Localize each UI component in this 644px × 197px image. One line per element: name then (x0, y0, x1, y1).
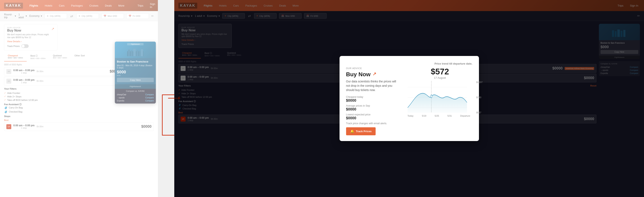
ad-card-price-sub: 0/10 (117, 74, 154, 76)
modal-title-row: Buy Now ↗ (346, 70, 400, 78)
modal-price-date: 17 August (408, 76, 472, 79)
stops-label: Stops (4, 115, 154, 118)
compare-cheapoair-btn[interactable]: Compare (145, 94, 154, 96)
best-flight-stops: 1 stop (13, 127, 34, 129)
left-logo: KAYAK (4, 3, 23, 8)
bell-icon: 🔔 (350, 129, 354, 133)
track-toggle-switch[interactable] (21, 44, 29, 48)
sort-best[interactable]: Best ⓘ $000 • 000 • 000m (27, 53, 49, 62)
nav-flights[interactable]: Flights (28, 3, 40, 8)
depart-input[interactable]: 📅 Mon 0/00 (101, 13, 124, 19)
trip-type-label: Round-trip (4, 13, 14, 19)
trip-type-select[interactable]: Round-trip ▾ (4, 13, 16, 19)
signin-link[interactable]: Sign In (148, 2, 157, 10)
track-prices-label: Track Prices (7, 45, 20, 47)
price-trend-chart (408, 81, 472, 114)
modal-price-display: $572 17 August (408, 67, 472, 79)
airline-logo-aa: AA (6, 69, 11, 74)
chart-y-labels: $1197 $780 $567 (476, 81, 483, 114)
edit-icon[interactable]: ✏ (151, 14, 154, 18)
cabin-chevron: ▾ (41, 14, 42, 18)
cabin-select[interactable]: Economy ▾ (29, 14, 42, 18)
modal-track-prices-btn[interactable]: 🔔 Track Prices (346, 127, 376, 135)
ad-card: FlightNetwork Boston to San Francisco (115, 42, 156, 104)
arrow-container (158, 0, 174, 197)
dest-input[interactable]: ✈ City (IATA) (76, 13, 99, 19)
flight-times-0: 0:00 am – 0:00 pm (13, 69, 34, 72)
filters-label: Your Filters (4, 88, 16, 90)
sort-other[interactable]: Other Sort (71, 53, 88, 62)
copy-here-button[interactable]: Copy Here (117, 78, 154, 82)
compare-expedia: Expedia Compare (117, 99, 154, 102)
svg-rect-5 (139, 51, 141, 56)
check-icon-2: ✓ (4, 95, 6, 98)
svg-rect-4 (136, 50, 138, 56)
modal-advice-label: Our Advice (346, 67, 400, 70)
airline-logo-qr: QR (6, 124, 11, 129)
svg-rect-2 (131, 50, 132, 56)
left-nav-links: Flights Hotels Cars Packages Cruises Dea… (28, 3, 126, 8)
opodo-label: →opodo (117, 96, 125, 99)
compare-expedia-btn[interactable]: Compare (145, 100, 154, 102)
left-nav: KAYAK Flights Hotels Cars Packages Cruis… (0, 0, 158, 11)
chart-x-labels: Today 5/19 5/25 5/31 Departure (408, 114, 472, 117)
swap-icon[interactable]: ⇄ (70, 14, 74, 18)
flight-times-1: 0:00 am – 0:00 pm (13, 78, 34, 82)
modal-chart-title: Price trend till departure date. (346, 62, 472, 66)
fee-carryon[interactable]: 🧳 Carry-On Bag (4, 106, 154, 109)
plane-icon: ✈ (47, 15, 48, 18)
modal-overlay: Price trend till departure date. Our Adv… (174, 0, 644, 197)
nav-hotels[interactable]: Hotels (43, 3, 54, 8)
city-skyline-icon (127, 46, 144, 56)
modal-description: Our data scientists thinks the prices wi… (346, 79, 400, 92)
stat-cheapest-today: Cheapest today $0000 (346, 96, 400, 103)
passengers-label: 1 adult (18, 13, 24, 19)
track-prices-toggle: Track Prices (7, 44, 49, 48)
trip-type-chevron: ▾ (15, 14, 16, 18)
return-input[interactable]: 📅 Fri 0/00 (126, 13, 149, 19)
return-text: Fri 0/00 (133, 15, 140, 17)
ad-card-footer: FlightNetwork (115, 84, 156, 89)
right-panel: KAYAK Flights Hotels Cars Packages Cruis… (174, 0, 644, 197)
passengers-select[interactable]: 1 adult ▾ (18, 13, 27, 19)
nav-more[interactable]: More (117, 3, 126, 8)
depart-text: Mon 0/00 (108, 15, 117, 17)
flight-stops-1: 1 stop (13, 82, 34, 84)
cabin-label: Economy (29, 14, 40, 18)
trips-link[interactable]: Trips (136, 3, 145, 8)
left-results: Our Advice Buy Now We don't expect any p… (0, 21, 158, 135)
ad-card-price: $000 (117, 70, 154, 74)
svg-rect-6 (141, 49, 143, 56)
nav-cruises[interactable]: Cruises (88, 3, 100, 8)
view-details-link[interactable]: View Details › (7, 40, 49, 43)
fee-checked[interactable]: 🧳 Checked Bag (4, 110, 154, 113)
stat-lowest-expected: Lowest expected price $0000 (346, 113, 400, 120)
nav-cars[interactable]: Cars (57, 3, 66, 8)
sort-cheapest[interactable]: Cheapest $000 • $00 • 000m (4, 53, 27, 62)
left-nav-right: Trips Sign In (136, 2, 157, 10)
chart-wrapper: $1197 $780 $567 (408, 81, 472, 114)
bag-icon-2: 🧳 (4, 110, 8, 113)
check-icon-3: ✓ (4, 98, 6, 101)
modal-right-col: $572 17 August (404, 67, 472, 135)
advice-text: We don't expect any price drops. Prices … (7, 33, 49, 39)
sort-quickest[interactable]: Quickest $00 • 000 • 000m (49, 53, 71, 62)
origin-input[interactable]: ✈ City (IATA) (44, 13, 67, 19)
plane-dest-icon: ✈ (78, 15, 80, 18)
expedia-label: Expedia (117, 100, 124, 102)
dest-text: City (IATA) (82, 15, 92, 17)
trend-icon: ↗ (51, 27, 54, 31)
best-flight-row[interactable]: QR 0:00 am – 0:00 pm 1 stop 0h 00m $0000 (4, 122, 154, 131)
nav-packages[interactable]: Packages (70, 3, 84, 8)
advice-box: Our Advice Buy Now We don't expect any p… (4, 24, 58, 51)
compare-opodo-btn[interactable]: Compare (145, 96, 154, 99)
ad-card-body: Boston to San Francisco Mon 01 - Mon 05,… (115, 58, 156, 84)
best-section-label: Best (4, 119, 154, 121)
compare-cheapoair: cheapOair Compare (117, 93, 154, 96)
advice-title: Buy Now (7, 29, 49, 32)
best-flight-duration: 0h 00m (36, 126, 47, 128)
best-flight-times: 0:00 am – 0:00 pm (13, 124, 34, 127)
toggle-knob (22, 45, 24, 48)
nav-deals[interactable]: Deals (103, 3, 114, 8)
cal-return-icon: 📅 (128, 15, 132, 18)
